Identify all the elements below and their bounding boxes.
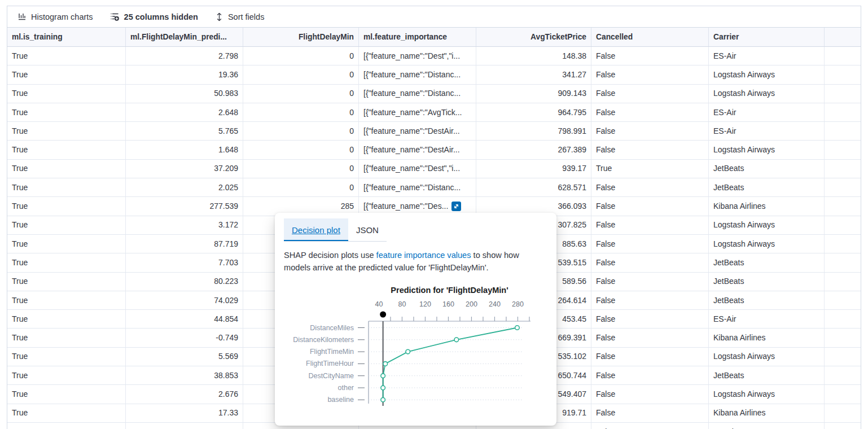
cell-cancelled[interactable]: True xyxy=(591,160,709,178)
cell-carrier[interactable]: Logstash Airways xyxy=(709,141,825,159)
cell-is_training[interactable]: True xyxy=(7,291,126,309)
cell-cancelled[interactable]: False xyxy=(591,197,709,215)
cell-importance[interactable]: [{"feature_name":"DestAir... xyxy=(359,141,476,159)
cell-importance[interactable]: [{"feature_name":"Dest","i... xyxy=(359,160,476,178)
cell-cancelled[interactable]: False xyxy=(591,366,709,384)
cell-is_training[interactable]: True xyxy=(7,253,126,272)
cell-carrier[interactable]: Kibana Airlines xyxy=(709,197,825,215)
cell-is_training[interactable]: True xyxy=(7,47,126,65)
cell-extra[interactable] xyxy=(825,141,861,159)
cell-is_training[interactable]: True xyxy=(7,310,126,328)
cell-predicted[interactable]: 50.983 xyxy=(126,85,243,103)
cell-predicted[interactable]: 1.648 xyxy=(126,141,243,159)
cell-importance[interactable]: [{"feature_name":"Distanc... xyxy=(359,65,476,84)
cell-carrier[interactable]: JetBeats xyxy=(709,273,825,291)
cell-is_training[interactable]: True xyxy=(7,235,126,253)
cell-cancelled[interactable]: False xyxy=(591,291,709,309)
cell-is_training[interactable]: True xyxy=(7,216,126,234)
cell-cancelled[interactable]: False xyxy=(591,329,709,347)
cell-cancelled[interactable]: False xyxy=(591,122,709,140)
cell-carrier[interactable]: Logstash Airways xyxy=(709,85,825,103)
cell-carrier[interactable]: JetBeats xyxy=(709,291,825,309)
cell-cancelled[interactable]: False xyxy=(591,310,709,328)
column-header-delay[interactable]: FlightDelayMin xyxy=(243,28,359,46)
cell-is_training[interactable]: True xyxy=(7,103,126,121)
cell-extra[interactable] xyxy=(825,160,861,178)
cell-predicted[interactable]: 2.648 xyxy=(126,103,243,121)
cell-cancelled[interactable]: False xyxy=(591,404,709,422)
cell-cancelled[interactable]: False xyxy=(591,216,709,234)
data-point-marker[interactable] xyxy=(383,362,388,366)
cell-price[interactable]: 267.389 xyxy=(476,141,591,159)
cell-cancelled[interactable]: False xyxy=(591,385,709,403)
cell-predicted[interactable]: 7.703 xyxy=(126,253,243,272)
cell-carrier[interactable]: ES-Air xyxy=(709,47,825,65)
cell-is_training[interactable]: True xyxy=(7,404,126,422)
feature-importance-link[interactable]: feature importance values xyxy=(376,251,471,260)
cell-cancelled[interactable]: False xyxy=(591,273,709,291)
cell-delay[interactable]: 0 xyxy=(243,65,359,84)
cell-importance[interactable]: [{"feature_name":"AvgTick... xyxy=(359,103,476,121)
cell-predicted[interactable]: 5.569 xyxy=(126,348,243,366)
cell-is_training[interactable]: True xyxy=(7,160,126,178)
cell-is_training[interactable]: True xyxy=(7,122,126,140)
cell-predicted[interactable]: 86.404 xyxy=(126,423,243,429)
column-header-carrier[interactable]: Carrier xyxy=(709,28,825,46)
cell-predicted[interactable]: 5.765 xyxy=(126,122,243,140)
cell-predicted[interactable]: 3.172 xyxy=(126,216,243,234)
cell-carrier[interactable]: Logstash Airways xyxy=(709,235,825,253)
cell-is_training[interactable]: True xyxy=(7,85,126,103)
cell-extra[interactable] xyxy=(825,103,861,121)
cell-delay[interactable]: 0 xyxy=(243,160,359,178)
cell-predicted[interactable]: 17.33 xyxy=(126,404,243,422)
cell-extra[interactable] xyxy=(825,47,861,65)
cell-importance[interactable]: [{"feature_name":"DestAir... xyxy=(359,122,476,140)
cell-extra[interactable] xyxy=(825,178,861,196)
cell-cancelled[interactable]: False xyxy=(591,423,709,429)
cell-carrier[interactable]: Logstash Airways xyxy=(709,348,825,366)
cell-extra[interactable] xyxy=(825,366,861,384)
cell-cancelled[interactable]: False xyxy=(591,141,709,159)
cell-predicted[interactable]: 277.539 xyxy=(126,197,243,215)
cell-carrier[interactable]: Logstash Airways xyxy=(709,65,825,84)
column-header-cancelled[interactable]: Cancelled xyxy=(591,28,709,46)
cell-cancelled[interactable]: False xyxy=(591,348,709,366)
cell-extra[interactable] xyxy=(825,291,861,309)
histogram-charts-button[interactable]: Histogram charts xyxy=(17,12,93,21)
column-header-importance[interactable]: ml.feature_importance xyxy=(359,28,476,46)
cell-delay[interactable]: 0 xyxy=(243,178,359,196)
cell-is_training[interactable]: True xyxy=(7,348,126,366)
cell-predicted[interactable]: 2.798 xyxy=(126,47,243,65)
cell-extra[interactable] xyxy=(825,423,861,429)
cell-is_training[interactable]: True xyxy=(7,423,126,429)
cell-is_training[interactable]: True xyxy=(7,178,126,196)
cell-extra[interactable] xyxy=(825,122,861,140)
cell-extra[interactable] xyxy=(825,385,861,403)
cell-extra[interactable] xyxy=(825,65,861,84)
cell-extra[interactable] xyxy=(825,216,861,234)
cell-cancelled[interactable]: False xyxy=(591,47,709,65)
cell-carrier[interactable]: ES-Air xyxy=(709,103,825,121)
cell-carrier[interactable]: Logstash Airways xyxy=(709,385,825,403)
cell-cancelled[interactable]: False xyxy=(591,178,709,196)
cell-cancelled[interactable]: False xyxy=(591,235,709,253)
cell-cancelled[interactable]: False xyxy=(591,65,709,84)
cell-importance[interactable]: [{"feature_name":"Distanc... xyxy=(359,178,476,196)
cell-price[interactable]: 909.143 xyxy=(476,85,591,103)
cell-carrier[interactable]: JetBeats xyxy=(709,366,825,384)
cell-extra[interactable] xyxy=(825,348,861,366)
cell-delay[interactable]: 0 xyxy=(243,103,359,121)
cell-is_training[interactable]: True xyxy=(7,141,126,159)
cell-delay[interactable]: 0 xyxy=(243,141,359,159)
column-header-is_training[interactable]: ml.is_training xyxy=(7,28,126,46)
cell-extra[interactable] xyxy=(825,197,861,215)
cell-is_training[interactable]: True xyxy=(7,366,126,384)
cell-predicted[interactable]: 2.025 xyxy=(126,178,243,196)
cell-importance[interactable]: [{"feature_name":"Dest","i... xyxy=(359,47,476,65)
tab-decision-plot[interactable]: Decision plot xyxy=(284,218,348,241)
cell-delay[interactable]: 0 xyxy=(243,122,359,140)
cell-predicted[interactable]: 38.853 xyxy=(126,366,243,384)
cell-carrier[interactable]: JetBeats xyxy=(709,253,825,272)
cell-is_training[interactable]: True xyxy=(7,197,126,215)
cell-extra[interactable] xyxy=(825,404,861,422)
